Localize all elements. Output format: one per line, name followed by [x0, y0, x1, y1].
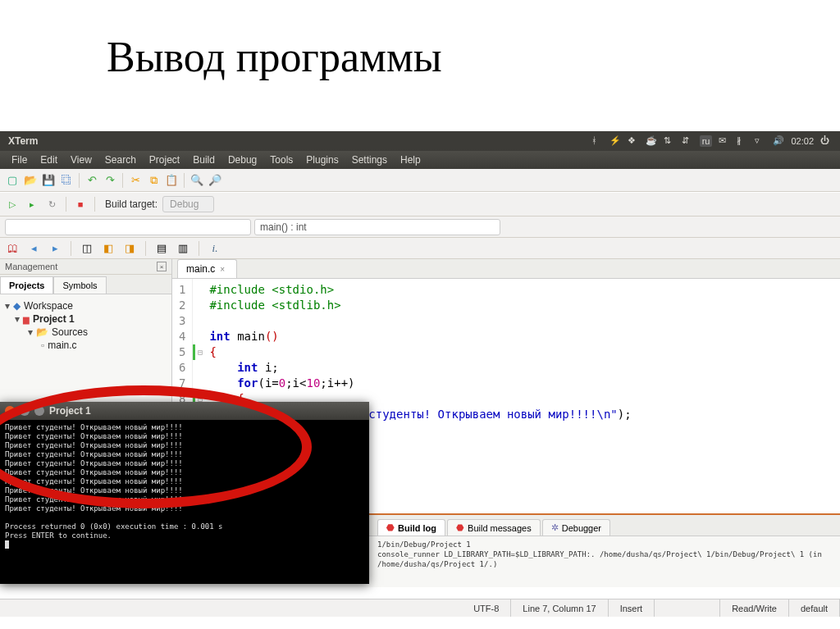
status-rw: Read/Write: [720, 599, 789, 617]
tab-symbols[interactable]: Symbols: [53, 276, 106, 294]
status-mode: Insert: [609, 599, 655, 617]
symbol-combo[interactable]: main() : int: [254, 219, 500, 235]
menu-bar: File Edit View Search Project Build Debu…: [0, 151, 840, 169]
menu-debug[interactable]: Debug: [221, 152, 263, 168]
xterm-window[interactable]: Project 1 Привет студенты! Открываем нов…: [0, 402, 369, 584]
save-all-icon[interactable]: ⿻: [59, 173, 74, 188]
toolbar-scope: main() : int: [0, 217, 840, 238]
sidebar-title: Management: [5, 262, 57, 271]
tab-debugger[interactable]: ✲Debugger: [542, 519, 610, 536]
bluetooth2-icon[interactable]: ∦: [737, 135, 748, 147]
copy-icon[interactable]: ⧉: [146, 173, 161, 188]
cup-icon[interactable]: ☕: [646, 135, 657, 147]
xterm-title: Project 1: [49, 405, 91, 417]
block5-icon[interactable]: ▥: [176, 241, 190, 256]
power-icon[interactable]: ⏻: [820, 135, 832, 147]
xterm-close-icon[interactable]: [5, 406, 15, 416]
toolbar-debug: ▷ ▸ ↻ ■ Build target: Debug: [0, 192, 840, 217]
paste-icon[interactable]: 📋: [164, 173, 179, 188]
status-profile[interactable]: default: [789, 599, 840, 617]
undo-icon[interactable]: ↶: [84, 173, 99, 188]
bluetooth-icon[interactable]: ᚼ: [591, 135, 603, 147]
build-target-select[interactable]: Debug: [162, 196, 214, 212]
run-icon[interactable]: ▷: [5, 197, 20, 212]
bookmark-prev-icon[interactable]: ◂: [26, 241, 41, 256]
menu-help[interactable]: Help: [394, 152, 427, 168]
stop-icon[interactable]: ■: [73, 197, 88, 212]
keyboard-lang[interactable]: ru: [700, 135, 713, 147]
editor-tab-mainc[interactable]: main.c ×: [177, 259, 237, 278]
toolbar-main: ▢ 📂 💾 ⿻ ↶ ↷ ✂ ⧉ 📋 🔍 🔎: [0, 169, 840, 192]
block2-icon[interactable]: ◧: [101, 241, 116, 256]
mail-icon[interactable]: ✉: [719, 135, 730, 147]
bookmark1-icon[interactable]: 🕮: [5, 241, 20, 256]
menu-file[interactable]: File: [5, 152, 34, 168]
scope-combo-left[interactable]: [5, 219, 251, 235]
clock[interactable]: 02:02: [791, 136, 814, 146]
menu-build[interactable]: Build: [186, 152, 221, 168]
redo-icon[interactable]: ↷: [103, 173, 117, 188]
block4-icon[interactable]: ▤: [154, 241, 169, 256]
network-icon[interactable]: ⇵: [682, 135, 693, 147]
build-target-label: Build target:: [105, 198, 158, 210]
tab-build-messages[interactable]: ⬣Build messages: [447, 519, 541, 536]
new-file-icon[interactable]: ▢: [5, 173, 20, 188]
update-icon[interactable]: ⇅: [664, 135, 675, 147]
xterm-titlebar[interactable]: Project 1: [0, 402, 369, 420]
window-titlebar: XTerm ᚼ ⚡ ❖ ☕ ⇅ ⇵ ru ✉ ∦ ▿ 🔊 02:02 ⏻: [0, 131, 840, 151]
project-tree: ▾ ◆ Workspace ▾ ▆ Project 1 ▾ 📂 Sources …: [0, 294, 171, 357]
signal-icon[interactable]: ▿: [755, 135, 766, 147]
menu-edit[interactable]: Edit: [34, 152, 64, 168]
block3-icon[interactable]: ◨: [122, 241, 137, 256]
replace-icon[interactable]: 🔎: [208, 173, 222, 188]
tree-folder-sources[interactable]: ▾ 📂 Sources: [5, 326, 167, 339]
save-icon[interactable]: 💾: [41, 173, 56, 188]
toolbar-bookmarks: 🕮 ◂ ▸ ◫ ◧ ◨ ▤ ▥ i.: [0, 238, 840, 259]
block1-icon[interactable]: ◫: [80, 241, 94, 256]
xterm-max-icon[interactable]: [34, 406, 44, 416]
tree-project[interactable]: ▾ ▆ Project 1: [5, 312, 167, 326]
dropbox-icon[interactable]: ❖: [628, 135, 639, 147]
statusbar: UTF-8 Line 7, Column 17 Insert Read/Writ…: [0, 599, 840, 617]
tree-workspace[interactable]: ▾ ◆ Workspace: [5, 299, 167, 312]
bookmark-next-icon[interactable]: ▸: [48, 241, 62, 256]
find-icon[interactable]: 🔍: [189, 173, 204, 188]
slide-title: Вывод программы: [0, 0, 840, 81]
info-icon[interactable]: i.: [208, 241, 222, 256]
menu-search[interactable]: Search: [98, 152, 143, 168]
window-title: XTerm: [0, 135, 38, 147]
tab-build-log[interactable]: ⬣Build log: [377, 519, 445, 536]
battery-icon[interactable]: ⚡: [609, 135, 621, 147]
tab-projects[interactable]: Projects: [0, 276, 53, 294]
sidebar-close-icon[interactable]: ×: [157, 262, 167, 271]
status-position: Line 7, Column 17: [511, 599, 608, 617]
xterm-output: Привет студенты! Открываем новый мир!!!!…: [0, 420, 369, 584]
close-tab-icon[interactable]: ×: [220, 265, 225, 274]
tree-file-mainc[interactable]: ▫ main.c: [5, 339, 167, 352]
volume-icon[interactable]: 🔊: [773, 135, 784, 147]
menu-project[interactable]: Project: [143, 152, 186, 168]
menu-view[interactable]: View: [64, 152, 98, 168]
run2-icon[interactable]: ▸: [25, 197, 39, 212]
menu-settings[interactable]: Settings: [345, 152, 394, 168]
menu-tools[interactable]: Tools: [263, 152, 299, 168]
xterm-min-icon[interactable]: [20, 406, 30, 416]
menu-plugins[interactable]: Plugins: [299, 152, 345, 168]
open-file-icon[interactable]: 📂: [23, 173, 38, 188]
pause-icon[interactable]: ↻: [44, 197, 59, 212]
cut-icon[interactable]: ✂: [128, 173, 143, 188]
status-encoding[interactable]: UTF-8: [462, 599, 511, 617]
